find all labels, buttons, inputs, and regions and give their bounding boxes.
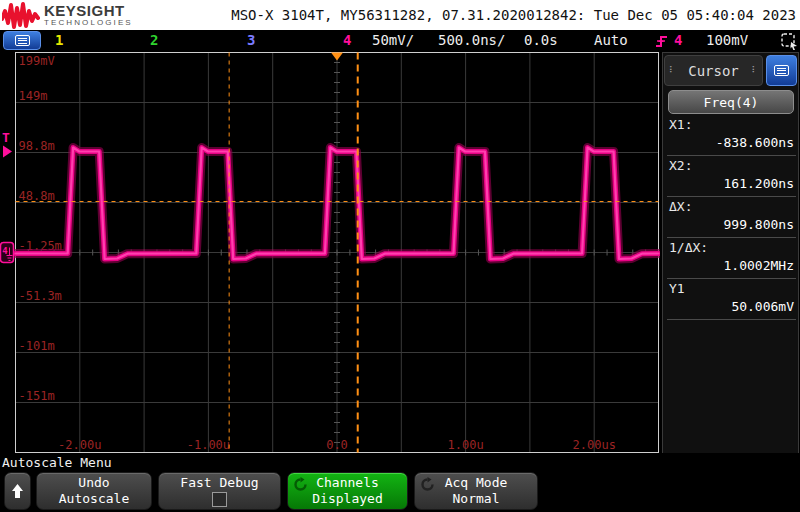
trigger-level[interactable]: 100mV [706,32,748,48]
edge-trigger-icon [655,33,669,49]
trigger-source[interactable]: 4 [674,32,682,48]
instrument-title: MSO-X 3104T, MY56311282, 07.31.202001284… [231,7,796,23]
keysight-logo: KEYSIGHT TECHNOLOGIES [2,1,133,29]
channels-displayed-button[interactable]: Channels Displayed [287,472,408,510]
keysight-waveform-icon [2,1,40,29]
hamburger-icon [15,35,30,46]
hamburger-icon [774,65,789,76]
y-tick-label: -51.3m [19,289,62,303]
channel-4-button[interactable]: 4 [343,32,351,48]
cursor-field-value: 161.200ns [667,173,796,191]
y-tick-label: 48.8m [19,189,55,203]
title-bar: KEYSIGHT TECHNOLOGIES MSO-X 3104T, MY563… [0,0,800,30]
x-tick-label: -2.00u [58,438,101,452]
delay-readout[interactable]: 0.0s [524,32,558,48]
cursor-field-row: X2:161.200ns [667,156,796,197]
channel-4-ground-marker[interactable]: 4 [1,243,14,263]
trigger-time-marker[interactable] [331,53,343,61]
plot-area[interactable]: 199mV149m98.8m48.8m-1.25m-51.3m-101m-151… [0,52,660,453]
x-tick-label: 1.00u [448,438,484,452]
undo-autoscale-button[interactable]: Undo Autoscale [36,472,152,510]
trigger-mode[interactable]: Auto [594,32,628,48]
cursor-field-value: 50.006mV [667,296,796,314]
brand-subtitle: TECHNOLOGIES [44,18,133,27]
channel-3-button[interactable]: 3 [247,32,255,48]
cursor-field-row: 1/ΔX:1.0002MHz [667,238,796,279]
cursor-field-value: 1.0002MHz [667,255,796,273]
cursor-field-row: ΔX:999.800ns [667,197,796,238]
softkey-bar: Autoscale Menu Undo Autoscale Fast Debug… [0,453,800,512]
svg-text:T: T [2,130,10,145]
volts-per-div[interactable]: 50mV/ [372,32,414,48]
settings-bar: 1 2 3 4 50mV/ 500.0ns/ 0.0s Auto 4 100mV [0,30,800,52]
cursor-field-label: Y1 [667,279,796,296]
svg-text:4: 4 [2,246,8,256]
cursor-field-label: X1: [667,115,796,132]
cursor-readouts: X1:-838.600nsX2:161.200nsΔX:999.800ns1/Δ… [667,115,796,320]
y-tick-label: 149m [19,89,48,103]
x-tick-label: 2.00us [573,438,616,452]
up-arrow-icon [11,483,24,499]
acq-mode-button[interactable]: Acq Mode Normal [414,472,538,510]
cursor-menu-button[interactable] [766,55,797,86]
time-per-div[interactable]: 500.0ns/ [438,32,505,48]
cursor-panel: ⠇ Cursor ⠇ Freq(4) X1:-838.600nsX2:161.2… [662,52,799,455]
cycle-icon [420,477,435,492]
fast-debug-button[interactable]: Fast Debug [158,472,281,510]
x-tick-label: -1.00u [187,438,230,452]
channel-1-button[interactable]: 1 [55,32,63,48]
cursor-field-value: 999.800ns [667,214,796,232]
channel-2-button[interactable]: 2 [150,32,158,48]
cursor-panel-header[interactable]: ⠇ Cursor ⠇ [664,55,763,86]
cursor-field-label: X2: [667,156,796,173]
fast-debug-checkbox[interactable] [212,492,227,507]
cursor-field-value: -838.600ns [667,132,796,150]
cursor-field-row: Y150.006mV [667,279,796,320]
softkey-menu-label: Autoscale Menu [2,455,112,470]
main-menu-button[interactable] [3,31,41,50]
oscilloscope-graticule[interactable]: 199mV149m98.8m48.8m-1.25m-51.3m-101m-151… [0,52,660,453]
drag-handle-icon[interactable]: ⠇ [751,66,758,75]
cursor-field-label: ΔX: [667,197,796,214]
x-tick-label: 0.0 [326,438,348,452]
cursor-source-button[interactable]: Freq(4) [668,90,794,114]
drag-handle-icon[interactable]: ⠇ [669,66,676,75]
y-tick-label: 199mV [19,54,55,68]
cursor-field-label: 1/ΔX: [667,238,796,255]
panel-title: Cursor [688,63,739,79]
cursor-field-row: X1:-838.600ns [667,115,796,156]
y-tick-label: -151m [19,389,55,403]
cycle-icon [293,477,308,492]
brand-name: KEYSIGHT [44,4,133,18]
menu-back-button[interactable] [4,472,31,510]
trigger-level-marker[interactable]: T [2,130,12,158]
region-select-icon[interactable] [781,33,798,50]
y-tick-label: -101m [19,339,55,353]
y-tick-label: 98.8m [19,139,55,153]
